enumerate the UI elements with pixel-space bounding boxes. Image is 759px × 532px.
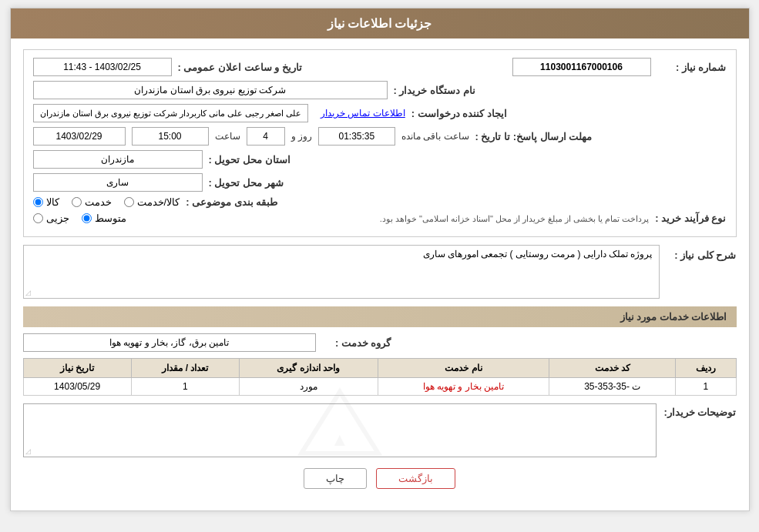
cell-radif: 1	[676, 378, 736, 396]
ijad-label: ایجاد کننده درخواست :	[411, 108, 507, 119]
row-ostan: استان محل تحویل : مازندران	[33, 150, 727, 169]
rooz-value: 4	[247, 127, 285, 146]
ijad-value: علی اصغر رجبی علی مانی کاربردار شرکت توز…	[33, 104, 309, 122]
tabaqe-kala-khedmat[interactable]: کالا/خدمت	[124, 196, 180, 208]
resize-handle-desc: ◿	[25, 447, 31, 455]
cell-vahed: مورد	[239, 378, 378, 396]
row-tabaqe: طبقه بندی موضوعی : کالا/خدمت خدمت کالا	[33, 196, 727, 208]
shomare-niaz-value: 1103001167000106	[512, 58, 651, 76]
tarikh-label: تاریخ و ساعت اعلان عمومی :	[178, 62, 302, 73]
buyer-desc-area: ▲ ◿	[23, 403, 657, 457]
cell-tarikh: 1403/05/29	[23, 378, 131, 396]
col-vahed: واحد اندازه گیری	[239, 359, 378, 378]
services-table: ردیف کد خدمت نام خدمت واحد اندازه گیری ت…	[23, 358, 737, 396]
date-value: 1403/02/29	[33, 127, 126, 146]
mande-label: ساعت باقی مانده	[401, 131, 469, 142]
tabaqe-kala[interactable]: کالا	[33, 196, 59, 208]
resize-handle: ◿	[25, 289, 31, 296]
farayand-motavasset-radio[interactable]	[82, 213, 92, 223]
col-tarikh: تاریخ نیاز	[23, 359, 131, 378]
tarikh-value: 1403/02/25 - 11:43	[33, 58, 172, 76]
watermark: ▲	[24, 404, 656, 457]
sharh-koli-box: پروژه تملک دارایی ( مرمت روستایی ) تجمعی…	[23, 245, 660, 299]
col-radif: ردیف	[676, 359, 736, 378]
tabaqe-label: طبقه بندی موضوعی :	[186, 196, 277, 208]
grohe-khedmat-label: گروه خدمت :	[322, 337, 391, 349]
watermark-svg: ▲	[294, 384, 386, 477]
sharh-koli-wrapper: پروژه تملک دارایی ( مرمت روستایی ) تجمعی…	[23, 245, 660, 299]
col-name: نام خدمت	[378, 359, 549, 378]
namdastgah-label: نام دستگاه خریدار :	[394, 85, 475, 96]
saat-label: ساعت	[215, 131, 240, 142]
row-noe-farayand: نوع فرآیند خرید : پرداخت تمام یا بخشی از…	[33, 212, 727, 224]
tabaqe-khedmat[interactable]: خدمت	[72, 196, 112, 208]
row-grohe-khedmat: گروه خدمت : تامین برق، گاز، بخار و تهویه…	[23, 333, 737, 352]
info-section: شماره نیاز : 1103001167000106 تاریخ و سا…	[23, 49, 737, 237]
tabaqe-khedmat-radio[interactable]	[72, 197, 82, 207]
namdastgah-value: شرکت توزیع نیروی برق استان مازندران	[33, 81, 388, 99]
cell-kod: ت -35-353-35	[549, 378, 676, 396]
tabaqe-kala-radio[interactable]	[33, 197, 43, 207]
shomare-niaz-label: شماره نیاز :	[657, 62, 727, 73]
cell-nam: تامین بخار و تهویه هوا	[378, 378, 549, 396]
sharh-koli-label: شرح کلی نیاز :	[667, 245, 737, 261]
farayand-motavasset[interactable]: متوسط	[82, 212, 126, 224]
ostan-label: استان محل تحویل :	[209, 154, 291, 166]
tabaqe-kala-khedmat-label: کالا/خدمت	[137, 196, 180, 208]
table-header-row: ردیف کد خدمت نام خدمت واحد اندازه گیری ت…	[23, 359, 736, 378]
noe-farayand-label: نوع فرآیند خرید :	[655, 212, 726, 224]
tabaqe-kala-label: کالا	[46, 196, 59, 208]
farayand-jozii-radio[interactable]	[33, 213, 43, 223]
services-section-title: اطلاعات خدمات مورد نیاز	[23, 306, 737, 327]
tabaqe-radio-group: کالا/خدمت خدمت کالا	[33, 196, 180, 208]
noe-farayand-radio-group: متوسط جزیی	[33, 212, 126, 224]
page-header: جزئیات اطلاعات نیاز	[11, 8, 749, 38]
shahr-value: ساری	[33, 173, 203, 192]
farayand-motavasset-label: متوسط	[95, 212, 126, 224]
tabaqe-khedmat-label: خدمت	[85, 196, 112, 208]
grohe-khedmat-value: تامین برق، گاز، بخار و تهویه هوا	[23, 333, 316, 352]
mande-value: 01:35:35	[318, 127, 395, 146]
row-mohlat: مهلت ارسال پاسخ: تا تاریخ : ساعت باقی ما…	[33, 127, 727, 146]
row-ijad: ایجاد کننده درخواست : اطلاعات تماس خریدا…	[33, 104, 727, 122]
shahr-label: شهر محل تحویل :	[209, 177, 284, 189]
saat-value: 15:00	[132, 127, 209, 146]
ijad-contact-link[interactable]: اطلاعات تماس خریدار	[321, 108, 405, 119]
col-tedad: تعداد / مقدار	[131, 359, 239, 378]
rooz-label: روز و	[291, 131, 312, 142]
sharh-koli-value: پروژه تملک دارایی ( مرمت روستایی ) تجمعی…	[423, 249, 653, 259]
table-row: 1 ت -35-353-35 تامین بخار و تهویه هوا مو…	[23, 378, 736, 396]
tabaqe-kala-khedmat-radio[interactable]	[124, 197, 134, 207]
col-kod: کد خدمت	[549, 359, 676, 378]
row-shomare-tarikh: شماره نیاز : 1103001167000106 تاریخ و سا…	[33, 58, 727, 76]
noe-farayand-note: پرداخت تمام یا بخشی از مبلغ خریدار از مح…	[133, 214, 650, 224]
farayand-jozii-label: جزیی	[46, 212, 69, 224]
row-namdastgah: نام دستگاه خریدار : شرکت توزیع نیروی برق…	[33, 81, 727, 99]
svg-text:▲: ▲	[331, 429, 349, 450]
buttons-row: بازگشت چاپ	[23, 468, 737, 500]
sharh-koli-row: شرح کلی نیاز : پروژه تملک دارایی ( مرمت …	[23, 245, 737, 299]
cell-tedad: 1	[131, 378, 239, 396]
svg-marker-0	[301, 392, 378, 453]
page-title: جزئیات اطلاعات نیاز	[327, 17, 432, 30]
ostan-value: مازندران	[33, 150, 203, 169]
back-button[interactable]: بازگشت	[376, 468, 455, 489]
farayand-jozii[interactable]: جزیی	[33, 212, 69, 224]
buyer-desc-row: توضیحات خریدار: ▲ ◿	[23, 403, 737, 457]
mohlat-label: مهلت ارسال پاسخ: تا تاریخ :	[475, 131, 593, 142]
row-shahr: شهر محل تحویل : ساری	[33, 173, 727, 192]
buyer-desc-label: توضیحات خریدار:	[664, 403, 737, 418]
print-button[interactable]: چاپ	[304, 468, 367, 489]
services-table-container: ردیف کد خدمت نام خدمت واحد اندازه گیری ت…	[23, 358, 737, 396]
